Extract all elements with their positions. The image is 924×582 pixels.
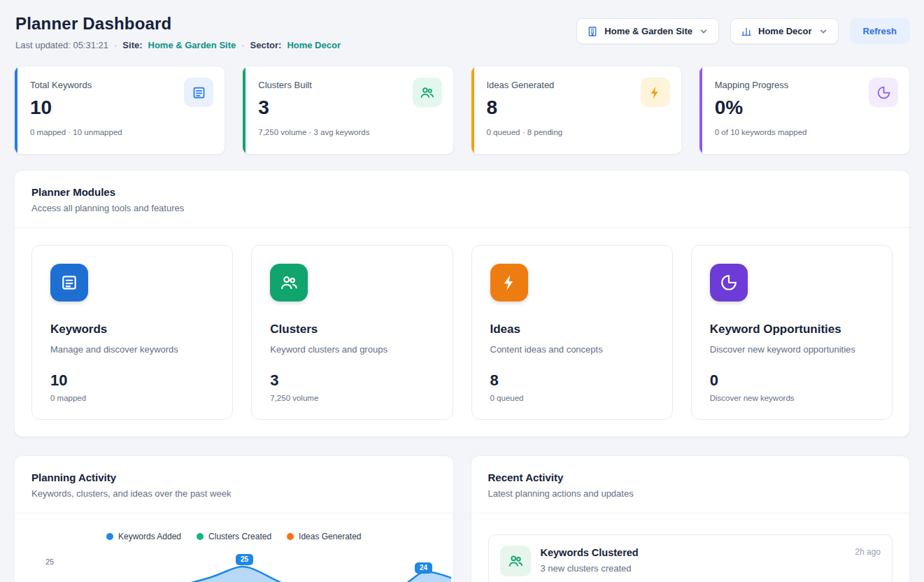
sector-label: Sector: [250,40,282,50]
activity-description: 3 new clusters created [541,563,639,574]
chart-plot-area: 25 25 24 [29,554,439,582]
module-description: Keyword clusters and groups [270,344,434,355]
chevron-down-icon [818,27,828,36]
chart-legend: Keywords Added Clusters Created Ideas Ge… [29,532,439,541]
meta-separator: · [114,40,117,50]
stat-card-clusters-built: Clusters Built 3 7,250 volume · 3 avg ke… [242,66,453,155]
module-title: Keywords [50,322,214,336]
legend-dot-green [197,533,204,540]
legend-label: Clusters Created [208,532,271,541]
building-icon [587,26,598,37]
site-label: Site: [122,40,142,50]
users-icon [270,264,308,301]
module-card-keywords[interactable]: Keywords Manage and discover keywords 10… [31,245,233,420]
planning-activity-header: Planning Activity Keywords, clusters, an… [15,456,453,513]
document-icon [50,264,88,301]
module-card-ideas[interactable]: Ideas Content ideas and concepts 8 0 que… [471,245,673,420]
legend-item-ideas-generated: Ideas Generated [287,532,361,541]
area-chart [62,554,451,582]
stat-card-ideas-generated: Ideas Generated 8 0 queued · 8 pending [471,66,682,155]
panel-subtitle: Access all planning tools and features [31,203,893,213]
stat-detail: 0 mapped · 10 unmapped [30,128,211,136]
refresh-button[interactable]: Refresh [850,18,910,44]
sector-link[interactable]: Home Decor [287,40,341,50]
data-point-label: 25 [236,554,253,565]
module-description: Content ideas and concepts [490,344,654,355]
module-stat-detail: 0 queued [490,394,654,402]
data-point-label: 24 [415,562,432,574]
meta-line: Last updated: 05:31:21 · Site: Home & Ga… [15,40,341,50]
chevron-down-icon [699,27,709,36]
module-stat-detail: Discover new keywords [710,394,874,402]
site-link[interactable]: Home & Garden Site [148,40,236,50]
legend-dot-blue [106,533,113,540]
topbar-actions: Home & Garden Site Home Decor Refresh [576,14,910,44]
lightning-icon [490,264,528,301]
sector-selector-label: Home Decor [758,26,812,36]
stat-label: Clusters Built [258,80,439,90]
bottom-row: Planning Activity Keywords, clusters, an… [14,455,910,582]
modules-grid: Keywords Manage and discover keywords 10… [15,228,909,436]
module-card-keyword-opportunities[interactable]: Keyword Opportunities Discover new keywo… [691,245,893,420]
stat-value: 3 [258,97,439,119]
module-stat: 8 [490,371,654,390]
topbar: Planner Dashboard Last updated: 05:31:21… [0,0,924,59]
activity-timestamp: 2h ago [855,546,881,557]
stat-detail: 0 of 10 keywords mapped [715,128,895,136]
activity-item-keywords-clustered: Keywords Clustered 3 new clusters create… [488,534,893,582]
module-title: Keyword Opportunities [710,322,874,336]
module-title: Ideas [490,322,654,336]
stat-card-mapping-progress: Mapping Progress 0% 0 of 10 keywords map… [699,66,910,155]
module-card-clusters[interactable]: Clusters Keyword clusters and groups 3 7… [251,245,453,420]
recent-activity-header: Recent Activity Latest planning actions … [471,456,910,513]
stat-detail: 0 queued · 8 pending [487,128,667,136]
last-updated-text: Last updated: 05:31:21 [15,40,108,50]
site-selector-dropdown[interactable]: Home & Garden Site [576,18,719,44]
legend-item-keywords-added: Keywords Added [106,532,181,541]
users-icon [500,546,531,576]
module-stat: 3 [270,371,434,390]
module-description: Discover new keyword opportunities [710,344,874,355]
module-title: Clusters [270,322,434,336]
topbar-left: Planner Dashboard Last updated: 05:31:21… [15,14,341,50]
bar-chart-icon [741,26,752,37]
document-icon [184,78,213,107]
panel-title: Planner Modules [31,186,893,198]
pie-chart-icon [869,78,898,107]
legend-label: Ideas Generated [299,532,361,541]
sector-selector-dropdown[interactable]: Home Decor [730,18,839,44]
stat-card-total-keywords: Total Keywords 10 0 mapped · 10 unmapped [14,66,225,155]
module-stat: 0 [710,371,874,390]
meta-separator: · [241,40,244,50]
module-description: Manage and discover keywords [50,344,214,355]
stats-row: Total Keywords 10 0 mapped · 10 unmapped… [14,66,910,155]
planning-activity-chart: Keywords Added Clusters Created Ideas Ge… [15,513,453,582]
activity-text: Keywords Clustered 3 new clusters create… [541,546,639,574]
planner-modules-header: Planner Modules Access all planning tool… [15,171,909,228]
y-axis-tick: 25 [45,558,54,566]
module-stat: 10 [50,371,214,390]
recent-activity-panel: Recent Activity Latest planning actions … [471,455,911,582]
planner-modules-panel: Planner Modules Access all planning tool… [14,170,910,437]
module-stat-detail: 7,250 volume [270,394,434,402]
users-icon [413,78,442,107]
module-stat-detail: 0 mapped [50,394,214,402]
panel-subtitle: Latest planning actions and updates [488,488,893,499]
legend-label: Keywords Added [118,532,181,541]
pie-chart-icon [710,264,748,301]
activity-title: Keywords Clustered [541,547,639,558]
site-selector-label: Home & Garden Site [604,26,692,36]
legend-dot-orange [287,533,294,540]
planning-activity-panel: Planning Activity Keywords, clusters, an… [14,455,454,582]
page-title: Planner Dashboard [15,14,341,34]
panel-title: Recent Activity [488,471,893,483]
lightning-icon [641,78,670,107]
recent-activity-list: Keywords Clustered 3 new clusters create… [471,513,910,582]
stat-detail: 7,250 volume · 3 avg keywords [258,128,439,136]
legend-item-clusters-created: Clusters Created [197,532,271,541]
panel-subtitle: Keywords, clusters, and ideas over the p… [31,488,436,499]
panel-title: Planning Activity [31,471,436,483]
